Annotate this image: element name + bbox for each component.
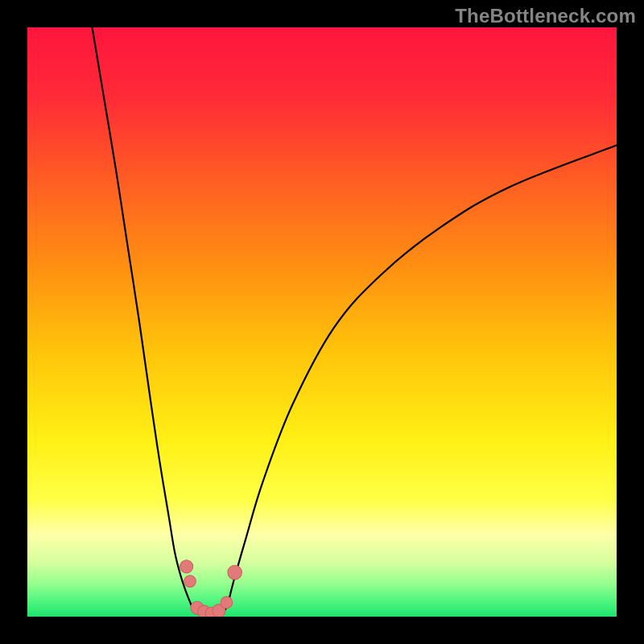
valley-marker [228, 565, 242, 580]
outer-frame: TheBottleneck.com [0, 0, 644, 644]
watermark-text: TheBottleneck.com [455, 5, 636, 27]
valley-marker [184, 576, 196, 588]
valley-marker [180, 560, 193, 573]
series-left-branch [93, 27, 192, 605]
valley-marker [221, 597, 233, 609]
curve-layer [27, 27, 617, 617]
series-right-branch [228, 145, 617, 605]
plot-area [27, 27, 617, 617]
